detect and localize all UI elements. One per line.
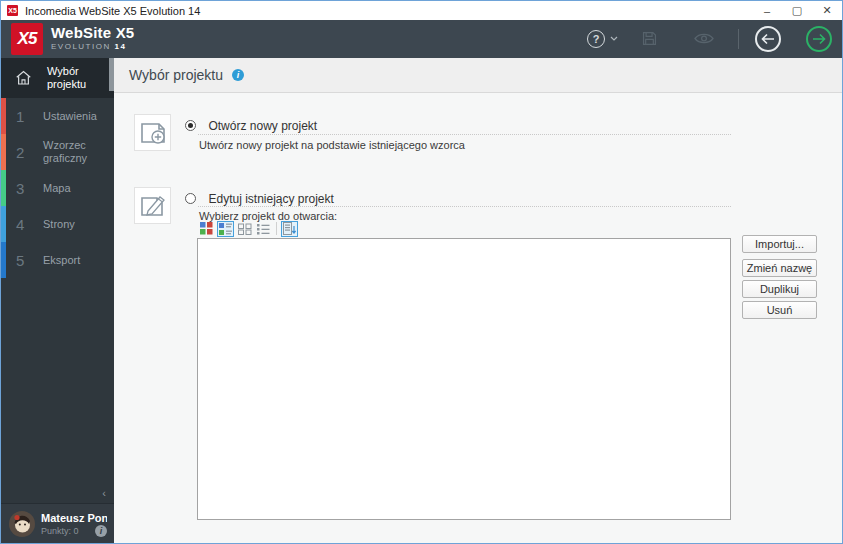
sidebar-item-step-4-pages[interactable]: 4 Strony [1,206,114,242]
rename-button[interactable]: Zmień nazwę [742,259,817,277]
save-button[interactable] [641,30,658,47]
window-title: Incomedia WebSite X5 Evolution 14 [25,5,200,17]
step-number: 2 [16,144,43,161]
edition-label: EVOLUTION [51,42,111,51]
preview-button[interactable] [694,32,714,45]
step-label: Eksport [43,254,103,267]
window-controls: – ▢ ✕ [752,1,842,20]
user-avatar [9,511,35,537]
back-button[interactable] [755,26,781,52]
content-header: Wybór projektu i [114,58,842,93]
maximize-button[interactable]: ▢ [782,1,812,20]
step-color-strip [1,242,6,278]
step-label: Wzorzec graficzny [43,139,103,165]
tiles-view-icon [238,223,252,235]
new-project-label: Otwórz nowy projekt [208,119,317,133]
edit-document-icon [139,193,167,219]
step-number: 1 [16,108,43,125]
header-divider [738,29,739,49]
dotted-separator [198,134,731,135]
page-title: Wybór projektu [129,67,223,83]
sidebar-item-step-5-export[interactable]: 5 Eksport [1,242,114,278]
next-button[interactable] [806,26,832,52]
user-panel[interactable]: Mateusz Ponikow... Punkty: 0 i [1,503,114,543]
app-window: X5 Incomedia WebSite X5 Evolution 14 – ▢… [0,0,843,544]
home-icon [14,69,33,87]
edition-version: 14 [114,42,126,51]
toolbar-separator [276,222,277,235]
medium-icons-view-icon [219,222,232,235]
user-points: Punkty: 0 [41,526,79,536]
project-list[interactable] [197,238,731,520]
help-dropdown-chevron-icon[interactable] [610,36,618,41]
new-document-icon [139,120,167,146]
sort-view-icon [283,222,296,235]
step-color-strip [1,170,6,206]
main-content: Wybór projektu i Otwórz nowy projekt Utw… [114,58,842,543]
sidebar-item-project-selection[interactable]: Wybór projektu [1,58,114,98]
brand-text: WebSite X5 EVOLUTION 14 [51,24,134,51]
brand-logo: X5 [11,23,43,55]
sidebar-item-step-3-map[interactable]: 3 Mapa [1,170,114,206]
new-project-radio[interactable] [185,120,196,131]
step-label: Strony [43,218,103,231]
details-view-button[interactable] [255,221,272,237]
view-mode-toolbar [198,220,298,237]
medium-icons-view-button[interactable] [217,221,234,237]
x5-logo-icon: X5 [18,29,37,49]
step-color-strip [1,206,6,242]
new-project-description: Utwórz nowy projekt na podstawie istniej… [199,139,465,151]
edit-project-tile [134,187,171,224]
app-header: X5 WebSite X5 EVOLUTION 14 ? [1,20,842,58]
brand-name: WebSite X5 [51,24,134,41]
duplicate-button[interactable]: Duplikuj [742,280,817,298]
import-button[interactable]: Importuj... [742,235,817,253]
delete-button[interactable]: Usuń [742,301,817,319]
sort-view-button[interactable] [281,221,298,237]
step-number: 5 [16,252,43,269]
step-number: 4 [16,216,43,233]
sidebar-item-step-1-settings[interactable]: 1 Ustawienia [1,98,114,134]
step-color-strip [1,134,6,170]
details-view-icon [257,223,270,235]
brand-edition: EVOLUTION 14 [51,42,134,51]
title-bar: X5 Incomedia WebSite X5 Evolution 14 – ▢… [1,1,842,20]
large-icons-view-icon [200,222,213,235]
eye-icon [694,32,714,45]
sidebar: Wybór projektu 1 Ustawienia 2 Wzorzec gr… [1,58,114,543]
page-info-icon[interactable]: i [232,69,244,81]
save-icon [641,30,658,47]
app-icon: X5 [7,5,18,16]
step-number: 3 [16,180,43,197]
arrow-right-icon [812,33,826,45]
large-icons-view-button[interactable] [198,221,215,237]
sidebar-collapse-chevron-icon[interactable]: ‹ [102,487,106,499]
user-info-icon[interactable]: i [95,525,107,537]
sidebar-item-label: Wybór projektu [47,65,103,91]
new-project-option[interactable]: Otwórz nowy projekt [185,116,731,134]
arrow-left-icon [761,33,775,45]
step-label: Mapa [43,182,103,195]
dotted-separator [198,206,731,207]
new-project-tile [134,114,171,151]
sidebar-item-step-2-template[interactable]: 2 Wzorzec graficzny [1,134,114,170]
user-name: Mateusz Ponikow... [41,512,107,524]
edit-project-radio[interactable] [185,193,196,204]
close-button[interactable]: ✕ [812,1,842,20]
minimize-button[interactable]: – [752,1,782,20]
step-label: Ustawienia [43,110,103,123]
tiles-view-button[interactable] [236,221,253,237]
step-color-strip [1,98,6,134]
help-icon: ? [593,33,600,45]
edit-project-label: Edytuj istniejący projekt [208,192,333,206]
edit-project-option[interactable]: Edytuj istniejący projekt [185,189,731,207]
help-button[interactable]: ? [587,30,605,48]
